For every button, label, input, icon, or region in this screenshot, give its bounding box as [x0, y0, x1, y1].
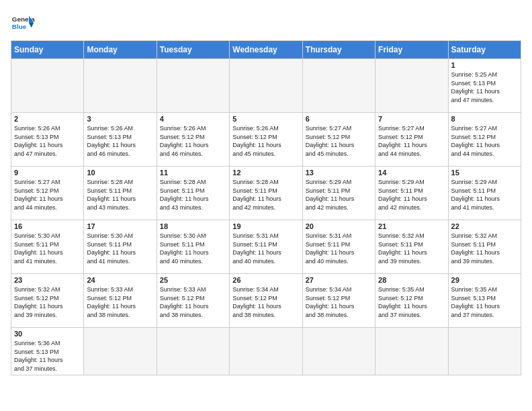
weekday-header-saturday: Saturday	[448, 41, 521, 59]
day-number: 16	[14, 222, 81, 230]
day-number: 30	[14, 330, 81, 338]
week-row-4: 23Sunrise: 5:32 AM Sunset: 5:12 PM Dayli…	[11, 274, 521, 328]
day-cell	[375, 59, 448, 113]
day-cell: 23Sunrise: 5:32 AM Sunset: 5:12 PM Dayli…	[11, 274, 84, 328]
week-row-3: 16Sunrise: 5:30 AM Sunset: 5:11 PM Dayli…	[11, 220, 521, 274]
day-cell: 8Sunrise: 5:27 AM Sunset: 5:12 PM Daylig…	[448, 113, 521, 167]
day-info: Sunrise: 5:31 AM Sunset: 5:11 PM Dayligh…	[306, 232, 372, 265]
day-cell: 11Sunrise: 5:28 AM Sunset: 5:11 PM Dayli…	[157, 167, 229, 220]
day-number: 1	[451, 61, 518, 69]
logo: General Blue	[11, 11, 35, 35]
day-cell: 29Sunrise: 5:35 AM Sunset: 5:13 PM Dayli…	[448, 274, 521, 328]
day-cell: 28Sunrise: 5:35 AM Sunset: 5:12 PM Dayli…	[375, 274, 448, 328]
week-row-2: 9Sunrise: 5:27 AM Sunset: 5:12 PM Daylig…	[11, 167, 521, 220]
day-info: Sunrise: 5:30 AM Sunset: 5:11 PM Dayligh…	[160, 232, 226, 265]
header: General Blue	[11, 11, 521, 35]
logo-icon: General Blue	[11, 11, 35, 35]
weekday-header-friday: Friday	[375, 41, 448, 59]
day-number: 9	[14, 169, 81, 177]
day-number: 10	[87, 169, 153, 177]
day-cell: 22Sunrise: 5:32 AM Sunset: 5:11 PM Dayli…	[448, 220, 521, 274]
svg-text:Blue: Blue	[12, 23, 27, 30]
day-number: 24	[87, 276, 153, 284]
day-cell: 4Sunrise: 5:26 AM Sunset: 5:12 PM Daylig…	[157, 113, 229, 167]
calendar-body: 1Sunrise: 5:25 AM Sunset: 5:13 PM Daylig…	[11, 59, 521, 375]
day-cell: 2Sunrise: 5:26 AM Sunset: 5:13 PM Daylig…	[11, 113, 84, 167]
day-cell: 18Sunrise: 5:30 AM Sunset: 5:11 PM Dayli…	[157, 220, 229, 274]
day-number: 14	[378, 169, 445, 177]
day-info: Sunrise: 5:33 AM Sunset: 5:12 PM Dayligh…	[87, 285, 153, 319]
day-cell: 13Sunrise: 5:29 AM Sunset: 5:11 PM Dayli…	[302, 167, 375, 220]
day-number: 28	[378, 276, 445, 284]
weekday-header-row: SundayMondayTuesdayWednesdayThursdayFrid…	[11, 41, 521, 59]
day-number: 17	[87, 222, 153, 230]
day-info: Sunrise: 5:25 AM Sunset: 5:13 PM Dayligh…	[451, 71, 518, 104]
day-cell: 7Sunrise: 5:27 AM Sunset: 5:12 PM Daylig…	[375, 113, 448, 167]
day-number: 2	[14, 115, 81, 123]
svg-marker-3	[29, 23, 34, 28]
day-cell	[230, 59, 302, 113]
week-row-5: 30Sunrise: 5:36 AM Sunset: 5:13 PM Dayli…	[11, 328, 521, 375]
day-cell: 24Sunrise: 5:33 AM Sunset: 5:12 PM Dayli…	[84, 274, 157, 328]
day-cell	[375, 328, 448, 375]
day-info: Sunrise: 5:28 AM Sunset: 5:11 PM Dayligh…	[87, 178, 153, 212]
day-cell	[84, 59, 157, 113]
day-cell: 5Sunrise: 5:26 AM Sunset: 5:12 PM Daylig…	[230, 113, 302, 167]
day-info: Sunrise: 5:29 AM Sunset: 5:11 PM Dayligh…	[378, 178, 445, 212]
day-number: 18	[160, 222, 226, 230]
day-cell: 25Sunrise: 5:33 AM Sunset: 5:12 PM Dayli…	[157, 274, 229, 328]
day-cell: 12Sunrise: 5:28 AM Sunset: 5:11 PM Dayli…	[230, 167, 302, 220]
day-number: 6	[306, 115, 372, 123]
day-number: 26	[232, 276, 299, 284]
day-info: Sunrise: 5:31 AM Sunset: 5:11 PM Dayligh…	[232, 232, 299, 265]
day-info: Sunrise: 5:28 AM Sunset: 5:11 PM Dayligh…	[160, 178, 226, 212]
day-info: Sunrise: 5:35 AM Sunset: 5:13 PM Dayligh…	[451, 285, 518, 319]
day-cell	[448, 328, 521, 375]
day-info: Sunrise: 5:29 AM Sunset: 5:11 PM Dayligh…	[306, 178, 372, 212]
day-info: Sunrise: 5:30 AM Sunset: 5:11 PM Dayligh…	[14, 232, 81, 265]
day-number: 8	[451, 115, 518, 123]
day-info: Sunrise: 5:29 AM Sunset: 5:11 PM Dayligh…	[451, 178, 518, 212]
day-info: Sunrise: 5:32 AM Sunset: 5:11 PM Dayligh…	[378, 232, 445, 265]
day-number: 19	[232, 222, 299, 230]
day-cell: 1Sunrise: 5:25 AM Sunset: 5:13 PM Daylig…	[448, 59, 521, 113]
calendar-table: SundayMondayTuesdayWednesdayThursdayFrid…	[11, 40, 521, 375]
day-number: 25	[160, 276, 226, 284]
day-cell	[302, 59, 375, 113]
day-number: 29	[451, 276, 518, 284]
day-cell: 20Sunrise: 5:31 AM Sunset: 5:11 PM Dayli…	[302, 220, 375, 274]
day-number: 4	[160, 115, 226, 123]
day-cell	[157, 328, 229, 375]
day-info: Sunrise: 5:32 AM Sunset: 5:11 PM Dayligh…	[451, 232, 518, 265]
week-row-0: 1Sunrise: 5:25 AM Sunset: 5:13 PM Daylig…	[11, 59, 521, 113]
day-cell: 16Sunrise: 5:30 AM Sunset: 5:11 PM Dayli…	[11, 220, 84, 274]
day-info: Sunrise: 5:26 AM Sunset: 5:13 PM Dayligh…	[14, 124, 81, 158]
day-cell	[157, 59, 229, 113]
weekday-header-sunday: Sunday	[11, 41, 84, 59]
day-number: 21	[378, 222, 445, 230]
day-info: Sunrise: 5:27 AM Sunset: 5:12 PM Dayligh…	[14, 178, 81, 212]
day-number: 3	[87, 115, 153, 123]
day-cell	[11, 59, 84, 113]
day-info: Sunrise: 5:26 AM Sunset: 5:12 PM Dayligh…	[160, 124, 226, 158]
day-number: 20	[306, 222, 372, 230]
day-number: 22	[451, 222, 518, 230]
day-cell: 6Sunrise: 5:27 AM Sunset: 5:12 PM Daylig…	[302, 113, 375, 167]
week-row-1: 2Sunrise: 5:26 AM Sunset: 5:13 PM Daylig…	[11, 113, 521, 167]
day-cell: 26Sunrise: 5:34 AM Sunset: 5:12 PM Dayli…	[230, 274, 302, 328]
day-cell	[84, 328, 157, 375]
day-info: Sunrise: 5:34 AM Sunset: 5:12 PM Dayligh…	[306, 285, 372, 319]
day-number: 7	[378, 115, 445, 123]
day-info: Sunrise: 5:27 AM Sunset: 5:12 PM Dayligh…	[451, 124, 518, 158]
day-info: Sunrise: 5:30 AM Sunset: 5:11 PM Dayligh…	[87, 232, 153, 265]
day-number: 13	[306, 169, 372, 177]
day-info: Sunrise: 5:36 AM Sunset: 5:13 PM Dayligh…	[14, 339, 81, 373]
calendar-header: SundayMondayTuesdayWednesdayThursdayFrid…	[11, 41, 521, 59]
day-info: Sunrise: 5:27 AM Sunset: 5:12 PM Dayligh…	[306, 124, 372, 158]
day-info: Sunrise: 5:27 AM Sunset: 5:12 PM Dayligh…	[378, 124, 445, 158]
day-number: 27	[306, 276, 372, 284]
day-info: Sunrise: 5:28 AM Sunset: 5:11 PM Dayligh…	[232, 178, 299, 212]
day-number: 11	[160, 169, 226, 177]
day-info: Sunrise: 5:26 AM Sunset: 5:13 PM Dayligh…	[87, 124, 153, 158]
day-cell: 14Sunrise: 5:29 AM Sunset: 5:11 PM Dayli…	[375, 167, 448, 220]
